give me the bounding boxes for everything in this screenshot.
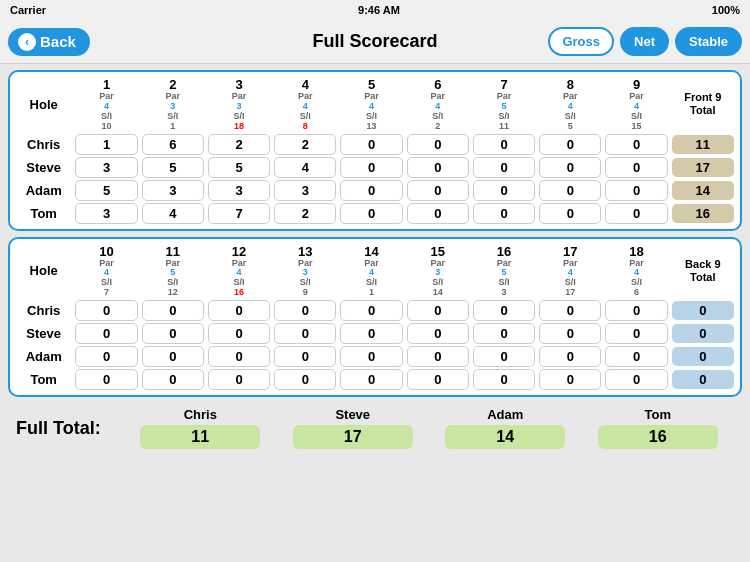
front-steve-5[interactable]: 0 [340,157,402,178]
back-chris-16[interactable]: 0 [473,300,535,321]
front-chris-9[interactable]: 0 [605,134,667,155]
back-tom-16[interactable]: 0 [473,369,535,390]
front-chris-1[interactable]: 1 [75,134,137,155]
front-tom-total: 16 [672,204,734,223]
front-tom-1[interactable]: 3 [75,203,137,224]
front-chris-2[interactable]: 6 [142,134,204,155]
back-adam-18[interactable]: 0 [605,346,667,367]
back-row-tom: Tom 0 0 0 0 0 0 0 0 0 0 [14,368,736,391]
front-tom-9[interactable]: 0 [605,203,667,224]
full-total-tom-value: 16 [598,425,718,449]
back-chris-12[interactable]: 0 [208,300,270,321]
front-hole-2: 2 Par3 S/I1 [140,76,206,133]
back-chris-17[interactable]: 0 [539,300,601,321]
front-chris-7[interactable]: 0 [473,134,535,155]
back-steve-13[interactable]: 0 [274,323,336,344]
back-hole-12: 12 Par4 S/I16 [206,243,272,300]
back-adam-14[interactable]: 0 [340,346,402,367]
front-adam-4[interactable]: 3 [274,180,336,201]
front-tom-3[interactable]: 7 [208,203,270,224]
front-adam-1[interactable]: 5 [75,180,137,201]
front-adam-6[interactable]: 0 [407,180,469,201]
carrier-label: Carrier [10,4,46,16]
front-adam-2[interactable]: 3 [142,180,204,201]
back-tom-13[interactable]: 0 [274,369,336,390]
front-row-adam: Adam 5 3 3 3 0 0 0 0 0 14 [14,179,736,202]
front-adam-3[interactable]: 3 [208,180,270,201]
back-steve-label: Steve [14,322,73,345]
back-tom-11[interactable]: 0 [142,369,204,390]
back-tom-14[interactable]: 0 [340,369,402,390]
front-steve-4[interactable]: 4 [274,157,336,178]
back-chris-11[interactable]: 0 [142,300,204,321]
back-row-adam: Adam 0 0 0 0 0 0 0 0 0 0 [14,345,736,368]
front-total-header: Front 9Total [670,76,736,133]
back-adam-13[interactable]: 0 [274,346,336,367]
full-total-adam-value: 14 [445,425,565,449]
front-chris-8[interactable]: 0 [539,134,601,155]
back-adam-total: 0 [672,347,734,366]
full-total-adam-name: Adam [487,407,523,422]
front-adam-5[interactable]: 0 [340,180,402,201]
back-chevron-icon: ‹ [18,33,36,51]
tab-gross[interactable]: Gross [548,27,614,56]
front-hole-4: 4 Par4 S/I8 [272,76,338,133]
back-tom-12[interactable]: 0 [208,369,270,390]
front-steve-3[interactable]: 5 [208,157,270,178]
back-steve-16[interactable]: 0 [473,323,535,344]
back-steve-17[interactable]: 0 [539,323,601,344]
front-adam-9[interactable]: 0 [605,180,667,201]
front-steve-1[interactable]: 3 [75,157,137,178]
front-chris-5[interactable]: 0 [340,134,402,155]
back-adam-10[interactable]: 0 [75,346,137,367]
front-adam-7[interactable]: 0 [473,180,535,201]
back-tom-10[interactable]: 0 [75,369,137,390]
back-steve-15[interactable]: 0 [407,323,469,344]
front-tom-8[interactable]: 0 [539,203,601,224]
back-steve-12[interactable]: 0 [208,323,270,344]
back-adam-17[interactable]: 0 [539,346,601,367]
front-chris-4[interactable]: 2 [274,134,336,155]
full-total-steve-col: Steve 17 [293,407,413,449]
back-adam-16[interactable]: 0 [473,346,535,367]
back-chris-10[interactable]: 0 [75,300,137,321]
back-steve-18[interactable]: 0 [605,323,667,344]
front-steve-6[interactable]: 0 [407,157,469,178]
tab-net[interactable]: Net [620,27,669,56]
back-chris-18[interactable]: 0 [605,300,667,321]
front-chris-3[interactable]: 2 [208,134,270,155]
tab-stable[interactable]: Stable [675,27,742,56]
front-tom-6[interactable]: 0 [407,203,469,224]
back-hole-11: 11 Par5 S/I12 [140,243,206,300]
front-tom-4[interactable]: 2 [274,203,336,224]
back-button[interactable]: ‹ Back [8,28,90,56]
front-nine-section: Hole 1 Par4 S/I10 2 Par3 S/I1 3 Par3 [8,70,742,231]
back-tom-17[interactable]: 0 [539,369,601,390]
back-adam-11[interactable]: 0 [142,346,204,367]
front-tom-5[interactable]: 0 [340,203,402,224]
front-tom-2[interactable]: 4 [142,203,204,224]
back-chris-15[interactable]: 0 [407,300,469,321]
front-steve-8[interactable]: 0 [539,157,601,178]
back-steve-10[interactable]: 0 [75,323,137,344]
front-tom-7[interactable]: 0 [473,203,535,224]
front-row-tom: Tom 3 4 7 2 0 0 0 0 0 16 [14,202,736,225]
back-steve-11[interactable]: 0 [142,323,204,344]
front-steve-2[interactable]: 5 [142,157,204,178]
back-steve-14[interactable]: 0 [340,323,402,344]
back-tom-15[interactable]: 0 [407,369,469,390]
front-tom-label: Tom [14,202,73,225]
front-steve-9[interactable]: 0 [605,157,667,178]
front-adam-label: Adam [14,179,73,202]
back-adam-15[interactable]: 0 [407,346,469,367]
back-nine-table: Hole 10 Par4 S/I7 11 Par5 S/I12 12 Par4 [14,243,736,392]
front-steve-7[interactable]: 0 [473,157,535,178]
back-tom-18[interactable]: 0 [605,369,667,390]
front-hole-8: 8 Par4 S/I5 [537,76,603,133]
back-chris-14[interactable]: 0 [340,300,402,321]
front-chris-6[interactable]: 0 [407,134,469,155]
back-adam-12[interactable]: 0 [208,346,270,367]
front-adam-8[interactable]: 0 [539,180,601,201]
full-total-label: Full Total: [16,418,116,439]
back-chris-13[interactable]: 0 [274,300,336,321]
